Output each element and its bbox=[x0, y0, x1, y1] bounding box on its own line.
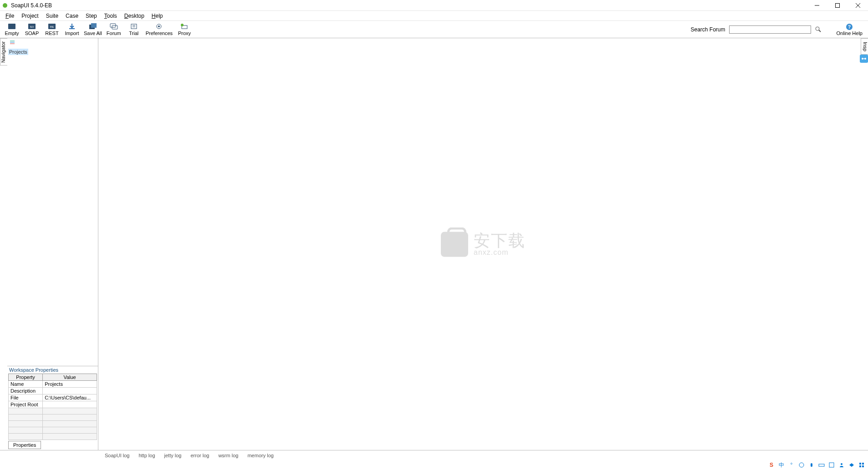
properties-header-value: Value bbox=[43, 374, 97, 381]
help-icon: ? bbox=[846, 23, 853, 30]
prop-value[interactable] bbox=[43, 388, 97, 394]
svg-rect-39 bbox=[862, 465, 864, 467]
tray-icon[interactable]: S bbox=[768, 461, 775, 469]
prop-value[interactable]: Projects bbox=[43, 381, 97, 388]
forum-button[interactable]: Forum bbox=[104, 23, 124, 36]
tree-expand-icon[interactable] bbox=[9, 39, 15, 45]
soap-button[interactable]: SO SOAP bbox=[22, 23, 42, 36]
menu-tools[interactable]: Tools bbox=[101, 12, 121, 20]
svg-text:SO: SO bbox=[30, 25, 34, 28]
svg-point-21 bbox=[816, 27, 819, 30]
tray-icon[interactable] bbox=[808, 461, 815, 469]
log-tab-jetty[interactable]: jetty log bbox=[160, 452, 186, 459]
menu-file[interactable]: File bbox=[2, 12, 18, 20]
properties-table: Property Value Name Projects Description… bbox=[8, 374, 97, 440]
empty-icon bbox=[7, 23, 16, 30]
table-row[interactable]: File C:\Users\CS\defau... bbox=[9, 394, 97, 401]
log-tab-wsrm[interactable]: wsrm log bbox=[214, 452, 243, 459]
save-all-label: Save All bbox=[84, 30, 102, 36]
svg-rect-14 bbox=[131, 24, 137, 29]
tray-icon[interactable] bbox=[848, 461, 855, 469]
tree-root-projects[interactable]: Projects bbox=[8, 49, 28, 55]
svg-line-22 bbox=[819, 30, 821, 32]
table-row-empty bbox=[9, 434, 97, 440]
table-row-empty bbox=[9, 421, 97, 427]
tray-icon[interactable] bbox=[858, 461, 865, 469]
svg-rect-2 bbox=[835, 4, 839, 8]
prop-name: Project Root bbox=[9, 401, 43, 408]
watermark-en: anxz.com bbox=[474, 249, 526, 256]
svg-rect-34 bbox=[829, 463, 834, 467]
svg-rect-36 bbox=[859, 463, 861, 465]
save-all-button[interactable]: Save All bbox=[82, 23, 104, 36]
close-button[interactable] bbox=[848, 0, 868, 11]
log-tab-soapui[interactable]: SoapUI log bbox=[100, 452, 134, 459]
search-forum-label: Search Forum bbox=[690, 26, 725, 33]
inspector-icon[interactable] bbox=[860, 55, 868, 63]
svg-rect-11 bbox=[91, 23, 97, 28]
menu-help[interactable]: Help bbox=[148, 12, 167, 20]
prop-value[interactable] bbox=[43, 401, 97, 408]
navigator-tab[interactable]: Navigator bbox=[0, 38, 7, 66]
import-button[interactable]: Import bbox=[62, 23, 82, 36]
log-tabs-bar: SoapUI log http log jetty log error log … bbox=[0, 450, 868, 460]
menu-desktop[interactable]: Desktop bbox=[121, 12, 148, 20]
soap-label: SOAP bbox=[25, 30, 39, 36]
app-icon bbox=[2, 2, 8, 9]
menu-step[interactable]: Step bbox=[82, 12, 101, 20]
tray-icon[interactable]: 中 bbox=[778, 461, 785, 469]
table-row[interactable]: Description bbox=[9, 388, 97, 394]
maximize-button[interactable] bbox=[827, 0, 848, 11]
rest-label: REST bbox=[45, 30, 58, 36]
save-all-icon bbox=[88, 23, 97, 30]
navigator-tree[interactable]: Projects bbox=[7, 46, 98, 366]
tray-icon[interactable] bbox=[798, 461, 805, 469]
prop-value[interactable]: C:\Users\CS\defau... bbox=[43, 394, 97, 401]
table-row[interactable]: Name Projects bbox=[9, 381, 97, 388]
trial-label: Trial bbox=[129, 30, 138, 36]
soap-icon: SO bbox=[27, 23, 36, 30]
watermark-icon bbox=[441, 232, 468, 257]
log-tab-error[interactable]: error log bbox=[186, 452, 214, 459]
search-icon[interactable] bbox=[815, 26, 822, 33]
import-icon bbox=[67, 23, 77, 30]
properties-tab[interactable]: Properties bbox=[8, 441, 41, 449]
empty-button[interactable]: Empty bbox=[2, 23, 22, 36]
import-label: Import bbox=[65, 30, 79, 36]
search-forum-input[interactable] bbox=[729, 25, 811, 34]
table-row[interactable]: Project Root bbox=[9, 401, 97, 408]
svg-rect-38 bbox=[859, 465, 861, 467]
tray-icon[interactable] bbox=[828, 461, 835, 469]
menu-case[interactable]: Case bbox=[62, 12, 82, 20]
workspace-properties-section: Workspace Properties Property Value Name… bbox=[7, 366, 98, 450]
online-help-button[interactable]: ? Online Help bbox=[835, 23, 864, 36]
main-workspace: 安下载 anxz.com bbox=[98, 38, 868, 450]
inspector-tab[interactable]: Insp bbox=[861, 38, 868, 55]
forum-label: Forum bbox=[107, 30, 121, 36]
tray-icon[interactable]: ° bbox=[788, 461, 795, 469]
table-row-empty bbox=[9, 414, 97, 421]
properties-header-property: Property bbox=[9, 374, 43, 381]
trial-button[interactable]: Trial bbox=[124, 23, 144, 36]
svg-text:RE: RE bbox=[50, 25, 54, 28]
preferences-label: Preferences bbox=[146, 30, 173, 36]
window-controls bbox=[807, 0, 868, 10]
svg-point-0 bbox=[3, 3, 7, 8]
forum-icon bbox=[109, 23, 118, 30]
rest-button[interactable]: RE REST bbox=[42, 23, 62, 36]
preferences-button[interactable]: Preferences bbox=[144, 23, 174, 36]
svg-text:?: ? bbox=[848, 25, 851, 30]
tray-icon[interactable] bbox=[818, 461, 825, 469]
svg-point-35 bbox=[841, 463, 842, 465]
workspace-properties-title: Workspace Properties bbox=[7, 366, 98, 374]
table-row-empty bbox=[9, 408, 97, 414]
menu-suite[interactable]: Suite bbox=[42, 12, 62, 20]
log-tab-http[interactable]: http log bbox=[134, 452, 159, 459]
toolbar: Empty SO SOAP RE REST Import Save All Fo… bbox=[0, 21, 868, 38]
navigator-panel: Projects Workspace Properties Property V… bbox=[7, 38, 98, 450]
tray-icon[interactable] bbox=[838, 461, 845, 469]
menu-project[interactable]: Project bbox=[18, 12, 42, 20]
log-tab-memory[interactable]: memory log bbox=[243, 452, 278, 459]
proxy-button[interactable]: Proxy bbox=[174, 23, 194, 36]
minimize-button[interactable] bbox=[807, 0, 827, 11]
